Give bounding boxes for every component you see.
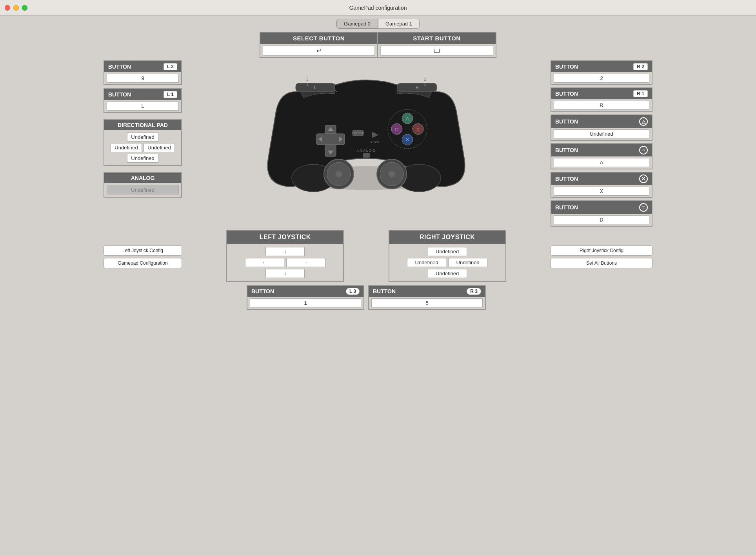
button-square-header: BUTTON □ [551, 201, 652, 214]
svg-text:□: □ [395, 127, 398, 132]
close-button[interactable] [5, 5, 10, 11]
button-r2-header: BUTTON R 2 [551, 61, 652, 72]
button-l2-header: BUTTON L 2 [104, 61, 181, 72]
right-joystick-down[interactable] [428, 269, 467, 278]
button-l1-header: BUTTON L 1 [104, 89, 181, 100]
button-r3-input[interactable] [371, 298, 483, 307]
button-triangle-input[interactable] [554, 129, 649, 138]
button-r2-section: BUTTON R 2 [551, 60, 652, 85]
right-joystick-right[interactable] [448, 258, 487, 267]
bottom-section: Left Joystick Config Gamepad Configurati… [104, 230, 652, 282]
tab-gamepad1[interactable]: Gamepad 1 [378, 19, 420, 29]
svg-text:△: △ [405, 115, 410, 122]
triangle-icon: △ [639, 117, 648, 126]
window-controls [5, 5, 27, 11]
start-button-input[interactable] [380, 45, 493, 56]
svg-text:L: L [314, 85, 316, 90]
right-joystick-header: RIGHT JOYSTICK [389, 231, 505, 244]
bottom-left-actions: Left Joystick Config Gamepad Configurati… [104, 230, 182, 268]
set-all-buttons-button[interactable]: Set All Buttons [551, 258, 652, 268]
r3-badge: R 3 [467, 288, 481, 295]
dpad-down-input[interactable] [127, 154, 158, 163]
controller-image: L R 2 1 2 1 [256, 60, 476, 209]
analog-input[interactable] [107, 185, 179, 194]
r1-badge: R 1 [633, 90, 648, 97]
l1-badge: L 1 [164, 91, 177, 98]
dpad-section: DIRECTIONAL PAD [104, 119, 182, 166]
button-x-header: BUTTON ✕ [551, 173, 652, 185]
controller-center: L R 2 1 2 1 [186, 60, 547, 209]
square-icon: □ [639, 203, 648, 212]
button-square-input[interactable] [554, 215, 649, 224]
left-joystick-config-button[interactable]: Left Joystick Config [104, 245, 182, 256]
left-joystick-down[interactable] [265, 269, 305, 278]
svg-text:SELECT: SELECT [353, 132, 363, 134]
button-r3-section: BUTTON R 3 [368, 285, 486, 310]
dpad-right-input[interactable] [144, 143, 175, 152]
l3-badge: L 3 [346, 288, 360, 295]
dpad-up-input[interactable] [127, 133, 158, 142]
button-x-input[interactable] [554, 187, 649, 196]
button-triangle-header: BUTTON △ [551, 115, 652, 128]
button-l3-section: BUTTON L 3 [247, 285, 364, 310]
svg-text:2: 2 [424, 77, 426, 82]
left-joystick-right[interactable] [286, 258, 325, 267]
select-button-section: SELECT BUTTON [260, 33, 378, 57]
analog-header: ANALOG [104, 173, 181, 183]
right-joystick-section: RIGHT JOYSTICK [389, 230, 506, 282]
button-circle-input[interactable] [554, 158, 649, 167]
svg-text:2: 2 [306, 77, 309, 82]
left-joystick-section: LEFT JOYSTICK [226, 230, 344, 282]
right-joystick-config-button[interactable]: Right Joystick Config [551, 245, 652, 256]
l2-badge: L 2 [164, 63, 177, 70]
button-l1-section: BUTTON L 1 [104, 88, 182, 113]
top-buttons-section: SELECT BUTTON START BUTTON [104, 32, 652, 58]
dpad-header: DIRECTIONAL PAD [104, 120, 181, 130]
r2-badge: R 2 [633, 63, 648, 70]
svg-text:ANALOG: ANALOG [356, 149, 376, 153]
window-title: GamePad configuration [349, 5, 407, 11]
svg-point-28 [389, 171, 395, 177]
right-joystick-up[interactable] [428, 247, 467, 256]
left-joystick-up[interactable] [265, 247, 305, 256]
left-joystick-grid [227, 244, 343, 281]
left-joystick-left[interactable] [245, 258, 284, 267]
right-joystick-left[interactable] [407, 258, 446, 267]
button-l2-input[interactable] [107, 74, 179, 83]
svg-text:✕: ✕ [405, 136, 410, 143]
dpad-left-input[interactable] [111, 143, 142, 152]
left-joystick-header: LEFT JOYSTICK [227, 231, 343, 244]
analog-section: ANALOG [104, 172, 182, 198]
button-circle-section: BUTTON ○ [551, 143, 652, 169]
button-r1-input[interactable] [554, 101, 649, 110]
button-l3-input[interactable] [250, 298, 361, 307]
svg-text:1: 1 [424, 82, 426, 87]
title-bar: GamePad configuration [0, 0, 756, 16]
controller-svg: L R 2 1 2 1 [256, 60, 476, 209]
svg-rect-22 [363, 153, 370, 158]
svg-text:1: 1 [306, 82, 309, 87]
tab-gamepad0[interactable]: Gamepad 0 [336, 19, 378, 29]
circle-icon: ○ [639, 146, 648, 154]
svg-text:R: R [416, 85, 419, 90]
bottom-right-actions: Right Joystick Config Set All Buttons [551, 230, 652, 268]
x-icon: ✕ [639, 174, 648, 183]
tab-bar: Gamepad 0 Gamepad 1 [0, 16, 756, 32]
gamepad-config-button[interactable]: Gamepad Configuration [104, 258, 182, 268]
dpad-grid [104, 130, 181, 165]
minimize-button[interactable] [13, 5, 19, 11]
button-r1-section: BUTTON R 1 [551, 87, 652, 112]
main-layout: SELECT BUTTON START BUTTON BUTTON L 2 [104, 32, 652, 318]
start-button-header: START BUTTON [378, 33, 496, 44]
svg-point-25 [336, 171, 342, 177]
select-button-header: SELECT BUTTON [260, 33, 377, 44]
button-r1-header: BUTTON R 1 [551, 88, 652, 99]
maximize-button[interactable] [22, 5, 27, 11]
button-r2-input[interactable] [554, 74, 649, 83]
select-button-input[interactable] [263, 45, 375, 56]
button-square-section: BUTTON □ [551, 200, 652, 227]
right-panel: BUTTON R 2 BUTTON R 1 [551, 60, 652, 227]
button-circle-header: BUTTON ○ [551, 144, 652, 156]
button-l1-input[interactable] [107, 102, 179, 111]
mid-section: BUTTON L 2 BUTTON L 1 DIRECTIONAL [104, 60, 652, 227]
